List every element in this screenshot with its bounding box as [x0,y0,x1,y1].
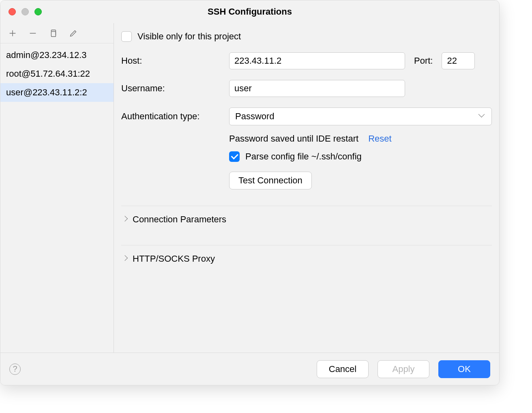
dialog-footer: ? Cancel Apply OK [0,353,499,385]
sidebar-toolbar [0,23,114,43]
ok-button[interactable]: OK [438,360,490,378]
proxy-title: HTTP/SOCKS Proxy [133,254,215,264]
connection-parameters-title: Connection Parameters [133,214,226,225]
username-label: Username: [121,83,229,94]
list-item[interactable]: root@51.72.64.31:22 [0,65,114,83]
auth-row: Authentication type: Password [121,108,492,125]
add-icon[interactable] [8,28,17,38]
reset-password-link[interactable]: Reset [368,133,391,144]
auth-type-value: Password [235,111,275,122]
test-connection-row: Test Connection [229,172,492,189]
list-item-label: admin@23.234.12.3 [6,50,108,60]
test-connection-button[interactable]: Test Connection [229,172,312,189]
parse-config-checkbox[interactable] [229,151,240,162]
svg-rect-0 [51,31,56,37]
password-saved-text: Password saved until IDE restart [229,133,358,144]
connection-parameters-section[interactable]: Connection Parameters [121,206,492,233]
username-row: Username: [121,80,492,97]
remove-icon[interactable] [28,28,38,38]
parse-config-row: Parse config file ~/.ssh/config [229,151,492,162]
chevron-right-icon [123,256,129,262]
chevron-down-icon [479,113,486,120]
username-input[interactable] [229,80,405,97]
cancel-button[interactable]: Cancel [317,360,369,378]
titlebar: SSH Configurations [0,0,499,23]
auth-type-label: Authentication type: [121,111,229,122]
apply-button[interactable]: Apply [378,360,429,378]
list-item[interactable]: user@223.43.11.2:2 [0,83,114,102]
main-panel: Visible only for this project Host: Port… [114,23,499,353]
copy-icon[interactable] [48,28,58,38]
visible-only-label[interactable]: Visible only for this project [137,31,241,42]
host-label: Host: [121,56,229,66]
ok-label: OK [458,364,471,374]
port-input[interactable] [442,52,475,69]
test-connection-label: Test Connection [238,175,302,186]
dialog-title: SSH Configurations [0,6,499,17]
proxy-section[interactable]: HTTP/SOCKS Proxy [121,245,492,272]
edit-icon[interactable] [69,28,78,38]
ssh-config-list: admin@23.234.12.3 root@51.72.64.31:22 us… [0,43,114,353]
visible-only-checkbox[interactable] [121,31,132,42]
helpансbutton[interactable]: ? [9,364,21,375]
visible-only-row: Visible only for this project [121,31,492,42]
list-item-label: root@51.72.64.31:22 [6,69,108,79]
cancel-label: Cancel [329,364,356,374]
apply-label: Apply [392,364,414,374]
auth-type-select[interactable]: Password [229,108,492,125]
list-item-label: user@223.43.11.2:2 [6,87,108,98]
host-row: Host: Port: [121,52,492,69]
chevron-right-icon [123,217,129,222]
sidebar: admin@23.234.12.3 root@51.72.64.31:22 us… [0,23,114,353]
list-item[interactable]: admin@23.234.12.3 [0,46,114,65]
dialog-window: SSH Configurations admin@23 [0,0,500,385]
port-label: Port: [414,56,433,66]
password-saved-row: Password saved until IDE restart Reset [229,133,492,144]
host-input[interactable] [229,52,405,69]
parse-config-label[interactable]: Parse config file ~/.ssh/config [245,151,362,162]
